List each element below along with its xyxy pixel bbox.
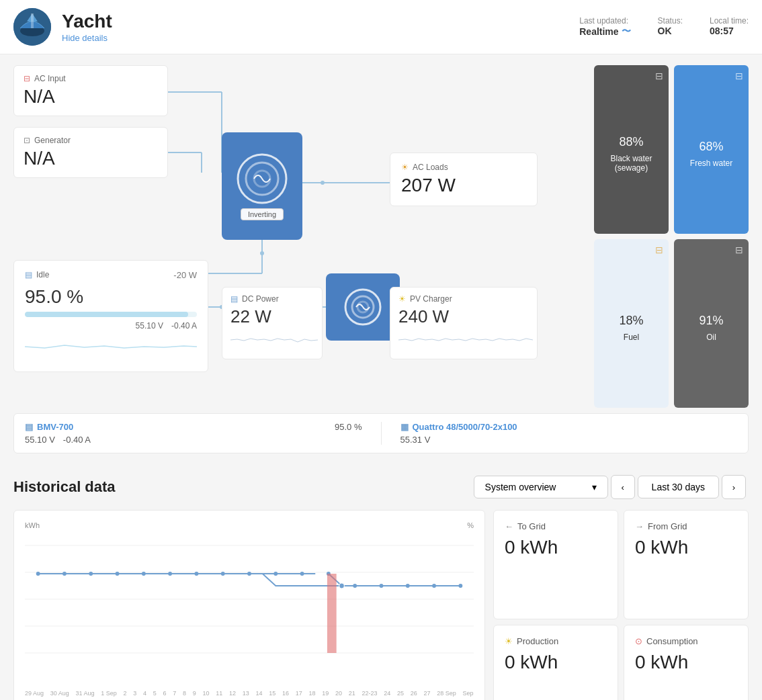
local-time-meta: Local time: 08:57 xyxy=(710,16,749,38)
black-water-name: Black water(sewage) xyxy=(610,154,652,173)
battery-fill xyxy=(25,312,188,317)
generator-value: N/A xyxy=(24,148,158,169)
production-header: ☀ Production xyxy=(505,636,607,646)
avatar-image xyxy=(13,8,51,46)
battery-power: -20 W xyxy=(173,270,197,280)
x-axis-labels: 29 Aug30 Aug31 Aug1 Sep23456789101112131… xyxy=(25,690,474,697)
oil-tank-icon: ⊟ xyxy=(735,245,743,255)
ac-loads-section: ☀ AC Loads 207 W xyxy=(390,152,538,206)
dc-power-card: ▤ DC Power 22 W xyxy=(222,287,323,359)
generator-icon: ⊡ xyxy=(24,136,30,145)
svg-point-40 xyxy=(36,572,40,576)
inverter-coil-icon xyxy=(235,152,289,206)
chevron-right-icon: › xyxy=(732,482,735,492)
period-selector[interactable]: Last 30 days xyxy=(638,476,719,498)
battery-section: ▤ Idle -20 W 95.0 % 55.10 V -0.40 A xyxy=(13,260,208,372)
chevron-down-icon: ▾ xyxy=(592,482,597,492)
ac-input-section: ⊟ AC Input N/A xyxy=(13,65,168,116)
fresh-water-tank-icon: ⊟ xyxy=(735,71,743,81)
svg-point-46 xyxy=(194,572,198,576)
production-icon: ☀ xyxy=(505,636,513,646)
dc-charger-icon xyxy=(343,287,383,327)
consumption-value: 0 kWh xyxy=(635,652,737,673)
local-time-label: Local time: xyxy=(710,16,749,26)
generator-section: ⊡ Generator N/A xyxy=(13,127,168,178)
dc-power-sparkline xyxy=(230,330,318,350)
svg-point-43 xyxy=(116,572,120,576)
oil-percent: 91% xyxy=(699,305,723,330)
bmv-voltage: 55.10 V xyxy=(25,435,55,445)
header-title-block: Yacht Hide details xyxy=(62,11,568,43)
from-grid-icon: → xyxy=(635,521,644,531)
tanks-panel: ⊟ 88% Black water(sewage) ⊟ 68% Fresh wa… xyxy=(594,65,749,408)
svg-point-44 xyxy=(142,572,146,576)
battery-voltage: 55.10 V xyxy=(136,321,163,331)
from-grid-value: 0 kWh xyxy=(635,537,737,558)
svg-point-42 xyxy=(89,572,93,576)
oil-tank: ⊟ 91% Oil xyxy=(674,239,749,408)
generator-card: ⊡ Generator N/A xyxy=(13,127,168,178)
fresh-water-percent: 68% xyxy=(699,131,723,156)
chart-svg: 0.02 0.01 0 100 90 80 70 60 50 40 30 20 … xyxy=(25,532,474,687)
battery-percent: 95.0 % xyxy=(25,286,197,308)
avatar xyxy=(13,8,51,46)
main-content: ⊟ AC Input N/A ⊡ Generator N/A xyxy=(0,54,762,464)
fuel-tank: ⊟ 18% Fuel xyxy=(594,239,669,408)
status-value: OK xyxy=(658,26,683,36)
prev-period-button[interactable]: ‹ xyxy=(611,475,635,499)
battery-current: -0.40 A xyxy=(171,321,197,331)
ac-loads-title: ☀ AC Loads xyxy=(401,163,526,172)
battery-icon: ▤ xyxy=(25,270,32,279)
from-grid-header: → From Grid xyxy=(635,521,737,531)
dc-power-value: 22 W xyxy=(230,306,314,327)
bmv-name: ▤ BMV-700 xyxy=(25,422,73,432)
quattro-stats: 55.31 V xyxy=(400,435,738,445)
svg-point-57 xyxy=(458,584,462,588)
fresh-water-tank: ⊟ 68% Fresh water xyxy=(674,65,749,234)
historical-header: Historical data System overview ▾ ‹ Last… xyxy=(13,475,749,499)
black-water-tank: ⊟ 88% Black water(sewage) xyxy=(594,65,669,234)
svg-point-50 xyxy=(300,572,304,576)
svg-point-13 xyxy=(321,181,325,185)
bmv-current: -0.40 A xyxy=(63,435,91,445)
quattro-device: ▦ Quattro 48/5000/70-2x100 55.31 V xyxy=(400,422,738,445)
historical-title: Historical data xyxy=(13,478,474,496)
pv-charger-section: ☀ PV Charger 240 W xyxy=(390,287,538,359)
svg-point-54 xyxy=(380,584,384,588)
hide-details-link[interactable]: Hide details xyxy=(62,33,108,43)
chart-area: kWh % 0.02 0.01 0 100 90 xyxy=(13,510,485,700)
system-overview-dropdown[interactable]: System overview ▾ xyxy=(474,476,608,498)
ac-input-title: ⊟ AC Input xyxy=(24,74,158,83)
chevron-left-icon: ‹ xyxy=(621,482,624,492)
dc-power-title: ▤ DC Power xyxy=(230,294,314,304)
last-updated-meta: Last updated: Realtime 〜 xyxy=(579,16,630,38)
svg-rect-2 xyxy=(31,13,34,28)
header: Yacht Hide details Last updated: Realtim… xyxy=(0,0,762,54)
production-value: 0 kWh xyxy=(505,652,607,673)
svg-point-49 xyxy=(273,572,278,576)
next-period-button[interactable]: › xyxy=(722,475,746,499)
svg-point-45 xyxy=(168,572,172,576)
pv-charger-value: 240 W xyxy=(398,306,529,327)
pv-charger-card: ☀ PV Charger 240 W xyxy=(390,287,538,359)
battery-stats: 55.10 V -0.40 A xyxy=(25,321,197,331)
battery-sparkline xyxy=(25,333,197,360)
ac-input-value: N/A xyxy=(24,86,158,107)
svg-rect-58 xyxy=(327,574,337,653)
ac-input-icon: ⊟ xyxy=(24,74,30,83)
production-card: ☀ Production 0 kWh xyxy=(493,625,618,700)
bmv-percent: 95.0 % xyxy=(335,422,362,432)
consumption-icon: ⊙ xyxy=(635,636,642,646)
inverting-badge: Inverting xyxy=(241,208,284,220)
from-grid-card: → From Grid 0 kWh xyxy=(624,510,749,619)
realtime-wave-icon: 〜 xyxy=(622,26,631,38)
energy-flow: ⊟ AC Input N/A ⊡ Generator N/A xyxy=(13,65,583,408)
dc-charger-box: Ext. Control xyxy=(326,273,400,341)
status-meta: Status: OK xyxy=(658,16,683,38)
local-time-value: 08:57 xyxy=(710,26,749,36)
fuel-tank-icon: ⊟ xyxy=(655,245,663,255)
ac-input-card: ⊟ AC Input N/A xyxy=(13,65,168,116)
battery-meter xyxy=(25,312,197,317)
to-grid-icon: ← xyxy=(505,521,513,531)
tank-icon: ⊟ xyxy=(655,71,663,81)
